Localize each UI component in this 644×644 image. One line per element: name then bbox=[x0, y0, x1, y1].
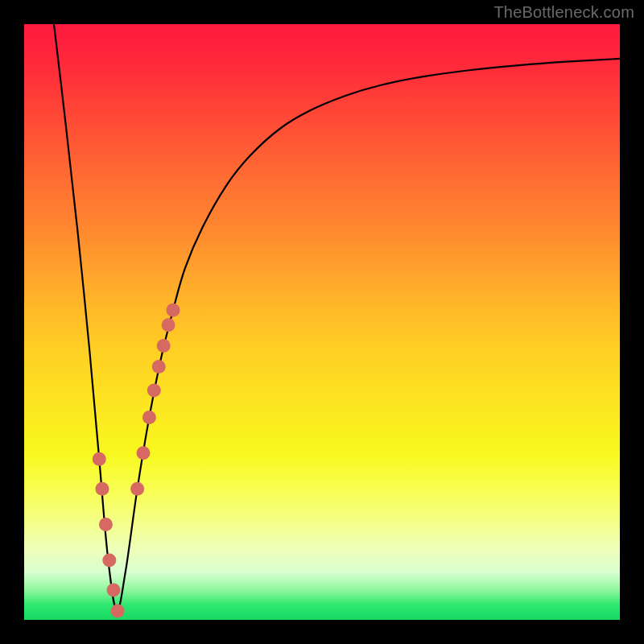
bottleneck-curve bbox=[54, 24, 620, 611]
marker-dot bbox=[157, 339, 171, 353]
marker-dot bbox=[102, 554, 116, 568]
chart-frame: TheBottleneck.com bbox=[0, 0, 644, 644]
marker-dot bbox=[95, 482, 109, 496]
marker-dot bbox=[99, 518, 113, 531]
marker-dot bbox=[111, 604, 125, 617]
marker-dot bbox=[142, 411, 156, 424]
plot-area bbox=[24, 24, 620, 620]
highlight-markers bbox=[93, 303, 180, 618]
marker-dot bbox=[152, 360, 166, 374]
marker-dot bbox=[162, 318, 175, 332]
watermark-text: TheBottleneck.com bbox=[493, 3, 634, 22]
marker-dot bbox=[147, 384, 161, 398]
marker-dot bbox=[130, 482, 144, 496]
marker-dot bbox=[167, 303, 180, 317]
marker-dot bbox=[107, 584, 121, 597]
marker-dot bbox=[137, 446, 151, 460]
chart-svg bbox=[24, 24, 620, 620]
marker-dot bbox=[93, 452, 106, 466]
